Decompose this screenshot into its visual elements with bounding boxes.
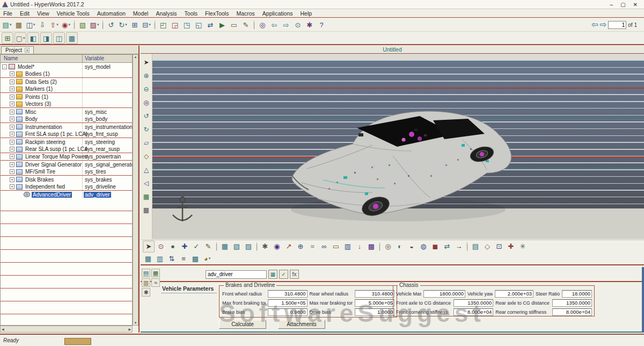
tree-row[interactable]: + Body sys_body: [1, 116, 132, 123]
new-session-icon[interactable]: ▤: [2, 19, 12, 30]
export-icon[interactable]: ⇧: [49, 19, 60, 30]
tree-row[interactable]: + Misc sys_misc: [1, 108, 132, 116]
tree-expander[interactable]: +: [10, 95, 14, 99]
parameter-value-input[interactable]: 8.000e+04: [453, 308, 493, 316]
joint-icon[interactable]: ⊕: [295, 241, 306, 252]
calculate-button[interactable]: Calculate: [219, 320, 266, 329]
tree-expander[interactable]: +: [10, 147, 14, 152]
force-icon[interactable]: ↓: [354, 241, 365, 252]
parameter-value-input[interactable]: 8.000e+04: [552, 308, 592, 316]
menu-item[interactable]: Help: [300, 10, 312, 17]
spring-icon[interactable]: ≈: [307, 241, 318, 252]
select-arrow-icon[interactable]: ➤: [143, 241, 155, 253]
gear-icon[interactable]: ✱: [142, 288, 150, 297]
undo-icon[interactable]: ↺: [106, 19, 116, 30]
tree-expander[interactable]: +: [10, 140, 14, 145]
edit-icon[interactable]: ✎: [203, 241, 214, 252]
beam-icon[interactable]: ▭: [331, 241, 341, 252]
report-icon[interactable]: ▭: [229, 19, 239, 30]
redo-icon[interactable]: ↻: [118, 19, 128, 30]
layout-right-icon[interactable]: ◨: [40, 32, 52, 44]
tree-expander[interactable]: +: [10, 169, 14, 174]
coupler-icon[interactable]: ∞: [319, 241, 330, 252]
tree-item-label[interactable]: Misc: [24, 109, 38, 115]
browser-vertical-scrollbar[interactable]: ▲▼: [133, 54, 138, 326]
delete-page-icon[interactable]: ◲: [170, 19, 180, 30]
iso-view-icon[interactable]: ◇: [142, 152, 151, 161]
refresh-icon[interactable]: ⊙: [292, 19, 303, 30]
page-number-input[interactable]: [608, 21, 626, 29]
expression-builder-button[interactable]: ▦: [268, 270, 277, 279]
apply-check-button[interactable]: ✓: [279, 270, 288, 279]
menu-item[interactable]: Macros: [236, 10, 254, 17]
single-window-icon[interactable]: ▢: [14, 32, 26, 44]
tree-expander[interactable]: +: [10, 117, 14, 121]
tree-row[interactable]: + Rear SLA susp (1 pc. LCA) sys_rear_sus…: [1, 146, 132, 153]
pulley-icon[interactable]: ◐: [394, 241, 405, 252]
save-model-icon[interactable]: ▨: [89, 19, 100, 30]
menu-item[interactable]: Applications: [262, 10, 293, 17]
wheel-icon[interactable]: ◎: [383, 241, 393, 252]
open-model-icon[interactable]: ▧: [77, 19, 88, 30]
list-icon[interactable]: ≡: [178, 253, 189, 264]
layout-split-icon[interactable]: ◫: [53, 32, 65, 44]
parameter-value-input[interactable]: 5.000e+05: [355, 299, 394, 307]
paste-icon[interactable]: ⊟: [141, 19, 152, 30]
separator[interactable]: |: [153, 19, 157, 30]
rotate-icon[interactable]: ↺: [142, 112, 151, 120]
close-button[interactable]: ✕: [633, 1, 638, 9]
vehicle-model-render[interactable]: [141, 54, 644, 231]
bodies-icon[interactable]: ●: [167, 241, 178, 252]
panel-c-icon[interactable]: ▨: [243, 241, 254, 252]
tree-expander[interactable]: +: [10, 177, 14, 182]
tree-item-label[interactable]: Bodies (1): [24, 71, 51, 77]
markers-icon[interactable]: ✚: [179, 241, 190, 252]
menu-item[interactable]: Edit: [20, 10, 30, 17]
tree-row[interactable]: + Instrumentation sys_instrumentation: [1, 123, 132, 131]
menu-item[interactable]: View: [37, 10, 49, 17]
forms-icon[interactable]: ▦: [151, 269, 160, 277]
tree-item-label[interactable]: Driver Signal Generator: [24, 162, 83, 168]
parameter-value-input[interactable]: 1.500e+05: [268, 299, 308, 307]
cg-marker-icon[interactable]: ◕: [202, 253, 213, 264]
parameter-value-input[interactable]: 0.9800: [268, 308, 308, 316]
end-icon[interactable]: →: [453, 241, 464, 252]
previous-icon[interactable]: ⇦: [269, 19, 280, 30]
parameter-value-input[interactable]: 18.0000: [562, 290, 592, 298]
tree-item-label[interactable]: Linear Torque Map Powertrain: [24, 154, 87, 160]
separator[interactable]: |: [252, 19, 256, 30]
sensor-icon[interactable]: ✚: [506, 241, 516, 252]
tree-item-label[interactable]: Rackpin steering: [24, 139, 66, 145]
gear-pair-icon[interactable]: ◒: [406, 241, 417, 252]
help-icon[interactable]: ?: [316, 19, 327, 30]
separator[interactable]: |: [72, 19, 76, 30]
layout-grid-icon[interactable]: ▦: [66, 32, 78, 44]
parameter-value-input[interactable]: 1350.0000: [453, 299, 493, 307]
menu-item[interactable]: File: [3, 10, 12, 17]
browser-horizontal-scrollbar[interactable]: ◀▶: [0, 326, 133, 333]
zoom-fit-icon[interactable]: ◎: [257, 19, 268, 30]
sphere-icon[interactable]: ◉: [272, 241, 282, 252]
parameter-value-input[interactable]: 310.4800: [268, 290, 308, 298]
tree-row[interactable]: + Bodies (1): [1, 70, 132, 78]
expand-window-icon[interactable]: ◱: [193, 19, 204, 30]
column-header-name[interactable]: Name: [1, 55, 82, 62]
panel-b-icon[interactable]: ▧: [231, 241, 242, 252]
tree-item-label[interactable]: MF/Smll Tire: [24, 169, 56, 175]
swap-windows-icon[interactable]: ⇄: [205, 19, 216, 30]
spin-icon[interactable]: ↻: [142, 125, 151, 134]
left-view-icon[interactable]: ◁: [142, 179, 151, 188]
add-page-icon[interactable]: ◰: [158, 19, 169, 30]
next-icon[interactable]: ⇨: [281, 19, 291, 30]
tree-row[interactable]: + Linear Torque Map Powertrain sys_power…: [1, 153, 132, 161]
tree-expander[interactable]: +: [10, 162, 14, 167]
minimize-button[interactable]: –: [610, 1, 613, 9]
tree-item-label[interactable]: Model*: [17, 64, 35, 70]
motor-icon[interactable]: ◍: [418, 241, 429, 252]
column-header-variable[interactable]: Variable: [82, 55, 104, 62]
tree-expander[interactable]: -: [2, 64, 7, 69]
tree-row[interactable]: + Rackpin steering sys_steering: [1, 138, 132, 146]
open-session-icon[interactable]: ▦: [13, 19, 24, 30]
scroll-right-icon[interactable]: ▶: [128, 327, 131, 331]
tree-item-label[interactable]: Frnt SLA susp (1 pc. LCA): [24, 131, 87, 137]
